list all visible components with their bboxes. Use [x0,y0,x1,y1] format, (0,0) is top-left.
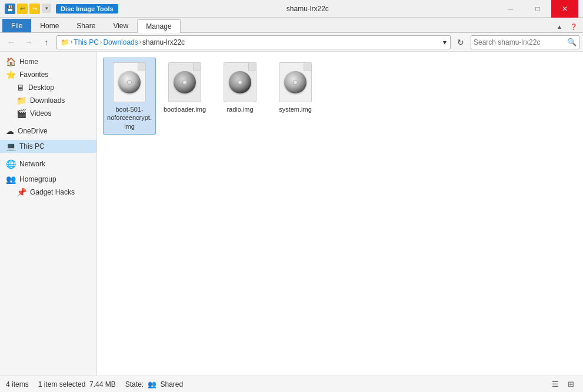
disc-image-tools-badge: Disc Image Tools [56,4,118,14]
tab-home[interactable]: Home [31,19,68,32]
qat-dropdown[interactable]: ▾ [42,4,51,13]
large-icons-view-button[interactable]: ⊞ [564,378,577,391]
sidebar-item-onedrive[interactable]: ☁ OneDrive [0,125,96,138]
forward-button[interactable]: → [21,35,36,50]
breadcrumb-current: shamu-lrx22c [142,38,185,46]
shared-icon: 👥 [148,380,156,388]
search-icon[interactable]: 🔍 [567,38,577,46]
search-input[interactable] [474,38,566,46]
downloads-folder-icon: 📁 [16,96,26,105]
save-icon[interactable]: 💾 [5,4,15,14]
ribbon-help-icon[interactable]: ❓ [568,21,579,32]
sidebar-item-desktop[interactable]: 🖥 Desktop [0,81,96,94]
network-icon: 🌐 [6,159,16,169]
desktop-icon: 🖥 [16,83,25,92]
file-area: boot-501-noforceencrypt.img bootloader.i… [97,52,583,376]
navigation-bar: ← → ↑ 📁 › This PC › Downloads › shamu-lr… [0,33,583,52]
this-pc-icon: 💻 [6,142,16,151]
favorites-icon: ⭐ [6,70,16,79]
view-controls: ☰ ⊞ [549,378,577,391]
item-count: 4 items [6,380,29,388]
title-bar-left: 💾 ↩ ↪ ▾ Disc Image Tools [5,4,118,14]
quick-access-toolbar: 💾 ↩ ↪ ▾ [5,4,51,14]
window-title: shamu-lrx22c [286,5,329,13]
details-view-button[interactable]: ☰ [549,378,562,391]
file-icon-boot [109,62,150,103]
back-button[interactable]: ← [4,35,19,50]
disc-graphic-system [284,71,307,93]
main-layout: 🏠 Home ⭐ Favorites 🖥 Desktop 📁 Downloads… [0,52,583,376]
sidebar-item-videos[interactable]: 🎬 Videos [0,107,96,120]
file-item-radio[interactable]: radio.img [214,58,266,135]
file-item-boot[interactable]: boot-501-noforceencrypt.img [103,58,156,135]
file-icon-system [275,62,316,103]
disc-graphic-bootloader [174,71,196,93]
file-name-radio: radio.img [226,105,253,113]
selected-info: 1 item selected 7.44 MB [38,380,116,388]
file-icon-radio [219,62,261,103]
gadget-hacks-icon: 📌 [16,187,26,197]
disc-graphic-radio [229,71,251,93]
file-name-boot: boot-501-noforceencrypt.img [107,105,152,130]
sidebar-item-network[interactable]: 🌐 Network [0,158,96,170]
close-button[interactable]: ✕ [551,0,578,18]
maximize-button[interactable]: □ [524,0,551,18]
up-button[interactable]: ↑ [39,35,54,50]
sidebar-item-gadget-hacks[interactable]: 📌 Gadget Hacks [0,186,96,199]
undo-icon[interactable]: ↩ [17,4,28,14]
address-dropdown[interactable]: ▾ [443,38,447,46]
sidebar: 🏠 Home ⭐ Favorites 🖥 Desktop 📁 Downloads… [0,52,97,376]
breadcrumb: 📁 › This PC › Downloads › shamu-lrx22c [61,38,185,46]
search-bar[interactable]: 🔍 [471,35,579,49]
breadcrumb-downloads[interactable]: Downloads [103,38,138,46]
disc-graphic-boot [118,71,141,93]
sidebar-item-homegroup[interactable]: 👥 Homegroup [0,173,96,186]
ribbon-end: ▲ ❓ [554,21,583,32]
sidebar-item-favorites[interactable]: ⭐ Favorites [0,68,96,81]
status-bar: 4 items 1 item selected 7.44 MB State: 👥… [0,376,583,392]
ribbon-collapse-icon[interactable]: ▲ [554,21,565,32]
file-name-bootloader: bootloader.img [164,105,206,113]
state-info: State: 👥 Shared [125,380,183,388]
breadcrumb-this-pc[interactable]: This PC [74,38,99,46]
tab-share[interactable]: Share [68,19,104,32]
window-controls: ─ □ ✕ [497,0,578,18]
title-bar: 💾 ↩ ↪ ▾ Disc Image Tools shamu-lrx22c ─ … [0,0,583,18]
sidebar-item-this-pc[interactable]: 💻 This PC [0,140,96,153]
file-name-system: system.img [279,105,312,113]
file-item-bootloader[interactable]: bootloader.img [158,58,211,135]
sidebar-item-home[interactable]: 🏠 Home [0,55,96,68]
home-icon: 🏠 [6,57,16,66]
onedrive-icon: ☁ [6,126,14,136]
address-bar[interactable]: 📁 › This PC › Downloads › shamu-lrx22c ▾ [56,35,451,49]
tab-view[interactable]: View [104,19,137,32]
tab-file[interactable]: File [2,19,31,32]
videos-icon: 🎬 [16,109,26,118]
ribbon-tabs: File Home Share View Manage ▲ ❓ [0,18,583,33]
breadcrumb-icon: 📁 [61,38,69,46]
refresh-button[interactable]: ↻ [453,35,468,49]
redo-icon[interactable]: ↪ [29,4,40,14]
file-icon-bootloader [164,62,205,103]
file-item-system[interactable]: system.img [269,58,322,135]
tab-manage[interactable]: Manage [137,19,180,33]
minimize-button[interactable]: ─ [497,0,524,18]
sidebar-item-downloads[interactable]: 📁 Downloads [0,94,96,107]
homegroup-icon: 👥 [6,175,16,184]
